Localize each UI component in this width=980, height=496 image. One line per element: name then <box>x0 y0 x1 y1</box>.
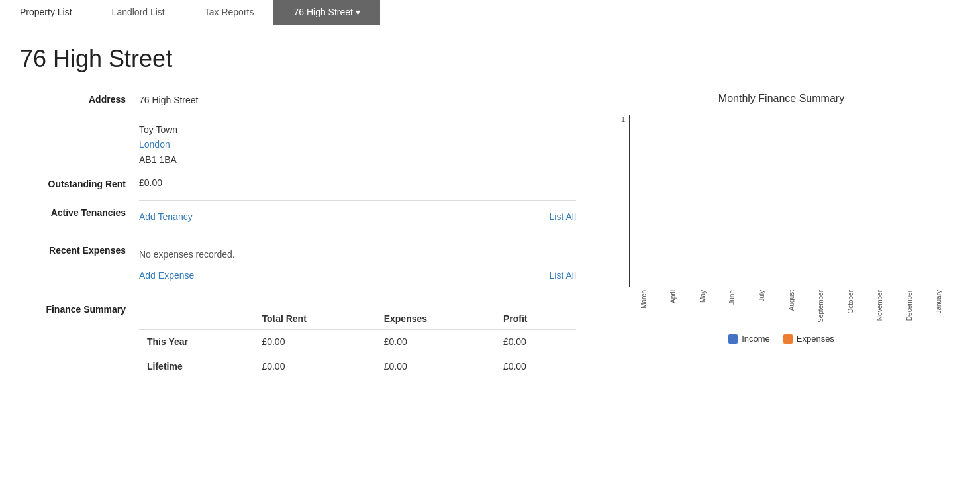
finance-table: Total Rent Expenses Profit This Year £0.… <box>139 308 576 378</box>
outstanding-rent-label: Outstanding Rent <box>20 177 139 189</box>
legend-income: Income <box>728 334 770 344</box>
x-label-november: November <box>865 287 895 321</box>
main-content: 76 High Street Address 76 High Street To… <box>0 25 980 409</box>
address-line-blank <box>139 107 576 122</box>
chart-legend: Income Expenses <box>603 334 960 344</box>
x-label-march: March <box>629 287 659 321</box>
finance-label-this-year: This Year <box>139 329 254 354</box>
tab-property-list[interactable]: Property List <box>0 0 92 25</box>
left-panel: Address 76 High Street Toy Town London A… <box>20 93 576 389</box>
x-label-january-text: January <box>935 290 942 314</box>
finance-col-header-2: Expenses <box>376 308 495 330</box>
recent-expenses-row: Recent Expenses No expenses recorded. Ad… <box>20 244 576 286</box>
right-panel: Monthly Finance Summary 1 March April Ma… <box>603 93 960 389</box>
x-label-november-text: November <box>876 290 883 321</box>
finance-row-lifetime: Lifetime £0.00 £0.00 £0.00 <box>139 354 576 378</box>
page-title: 76 High Street <box>20 45 960 73</box>
x-label-march-text: March <box>640 290 648 309</box>
x-label-october-text: October <box>847 290 854 314</box>
x-label-january: January <box>924 287 954 321</box>
x-label-june: June <box>718 287 748 321</box>
address-line2: Toy Town <box>139 123 576 137</box>
add-tenancy-link[interactable]: Add Tenancy <box>139 211 193 222</box>
address-label: Address <box>20 93 139 105</box>
finance-summary-label: Finance Summary <box>20 303 139 315</box>
finance-expenses-this-year: £0.00 <box>376 329 495 354</box>
chart-title: Monthly Finance Summary <box>603 93 960 105</box>
x-label-december-text: December <box>906 290 913 321</box>
outstanding-rent-row: Outstanding Rent £0.00 <box>20 177 576 189</box>
x-label-september: September <box>806 287 836 321</box>
x-label-july: July <box>747 287 777 321</box>
y-axis-line <box>629 115 630 287</box>
divider-tenancies <box>139 200 576 201</box>
add-expense-link[interactable]: Add Expense <box>139 270 194 281</box>
chart-container: 1 March April May June July August Septe… <box>603 115 954 321</box>
chart-area: 1 March April May June July August Septe… <box>603 115 954 321</box>
x-label-september-text: September <box>817 290 824 322</box>
address-line1: 76 High Street <box>139 93 576 107</box>
address-row: Address 76 High Street Toy Town London A… <box>20 93 576 167</box>
list-all-tenancies-link[interactable]: List All <box>550 211 576 222</box>
finance-expenses-lifetime: £0.00 <box>376 354 495 378</box>
finance-rent-lifetime: £0.00 <box>254 354 375 378</box>
x-label-december: December <box>895 287 924 321</box>
expenses-action-row: Add Expense List All <box>139 265 576 286</box>
recent-expenses-value: No expenses recorded. Add Expense List A… <box>139 244 576 286</box>
tab-landlord-list[interactable]: Landlord List <box>92 0 185 25</box>
finance-profit-lifetime: £0.00 <box>495 354 576 378</box>
tab-property-detail[interactable]: 76 High Street ▾ <box>273 0 379 25</box>
x-label-august-text: August <box>788 290 795 311</box>
finance-table-header-row: Total Rent Expenses Profit <box>139 308 576 330</box>
x-label-july-text: July <box>758 290 765 302</box>
content-layout: Address 76 High Street Toy Town London A… <box>20 93 960 389</box>
finance-col-header-0 <box>139 308 254 330</box>
finance-rent-this-year: £0.00 <box>254 329 375 354</box>
finance-label-lifetime: Lifetime <box>139 354 254 378</box>
tab-bar: Property List Landlord List Tax Reports … <box>0 0 980 25</box>
finance-summary-row: Finance Summary Total Rent Expenses Prof… <box>20 303 576 378</box>
address-line3[interactable]: London <box>139 137 576 152</box>
finance-col-header-1: Total Rent <box>254 308 375 330</box>
income-swatch <box>728 334 738 344</box>
divider-expenses <box>139 238 576 238</box>
legend-expenses: Expenses <box>783 334 834 344</box>
tab-tax-reports[interactable]: Tax Reports <box>185 0 274 25</box>
x-label-october: October <box>836 287 865 321</box>
outstanding-rent-value: £0.00 <box>139 177 576 188</box>
finance-col-header-3: Profit <box>495 308 576 330</box>
x-label-april-text: April <box>669 290 677 303</box>
active-tenancies-value: Add Tenancy List All <box>139 206 576 227</box>
finance-summary-value: Total Rent Expenses Profit This Year £0.… <box>139 303 576 378</box>
no-expenses-text: No expenses recorded. <box>139 244 576 265</box>
expenses-swatch <box>783 334 793 344</box>
list-all-expenses-link[interactable]: List All <box>550 270 576 281</box>
active-tenancies-row: Active Tenancies Add Tenancy List All <box>20 206 576 227</box>
x-label-may-text: May <box>699 290 707 303</box>
income-legend-label: Income <box>742 334 770 344</box>
recent-expenses-label: Recent Expenses <box>20 244 139 256</box>
finance-row-this-year: This Year £0.00 £0.00 £0.00 <box>139 329 576 354</box>
x-label-april: April <box>659 287 689 321</box>
x-labels: March April May June July August Septemb… <box>629 287 954 321</box>
y-axis-label: 1 <box>621 115 625 123</box>
active-tenancies-label: Active Tenancies <box>20 206 139 218</box>
tenancies-action-row: Add Tenancy List All <box>139 206 576 227</box>
x-label-august: August <box>777 287 807 321</box>
address-value: 76 High Street Toy Town London AB1 1BA <box>139 93 576 167</box>
x-label-june-text: June <box>728 290 736 305</box>
finance-profit-this-year: £0.00 <box>495 329 576 354</box>
address-line4: AB1 1BA <box>139 152 576 167</box>
x-label-may: May <box>688 287 718 321</box>
divider-finance <box>139 297 576 297</box>
expenses-legend-label: Expenses <box>797 334 834 344</box>
